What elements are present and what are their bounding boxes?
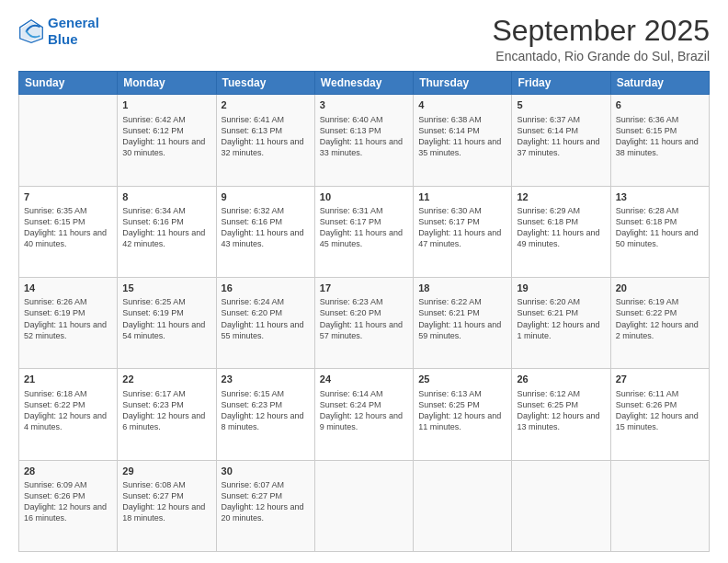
col-tuesday: Tuesday	[216, 72, 314, 95]
calendar-cell: 9Sunrise: 6:32 AMSunset: 6:16 PMDaylight…	[216, 186, 314, 277]
day-number: 27	[616, 373, 704, 386]
calendar-cell	[610, 460, 709, 551]
day-number: 19	[517, 282, 605, 295]
calendar-cell: 7Sunrise: 6:35 AMSunset: 6:15 PMDaylight…	[19, 186, 118, 277]
cell-content: Sunrise: 6:08 AMSunset: 6:27 PMDaylight:…	[122, 479, 210, 524]
day-number: 18	[418, 282, 506, 295]
cell-content: Sunrise: 6:11 AMSunset: 6:26 PMDaylight:…	[616, 388, 704, 433]
calendar-cell: 29Sunrise: 6:08 AMSunset: 6:27 PMDayligh…	[118, 460, 216, 551]
day-number: 9	[222, 190, 310, 204]
day-number: 25	[418, 373, 506, 386]
col-monday: Monday	[118, 72, 216, 95]
calendar-cell: 8Sunrise: 6:34 AMSunset: 6:16 PMDaylight…	[118, 186, 216, 277]
col-sunday: Sunday	[19, 72, 118, 95]
day-number: 4	[418, 98, 506, 112]
cell-content: Sunrise: 6:36 AMSunset: 6:15 PMDaylight:…	[616, 114, 704, 159]
calendar-cell: 6Sunrise: 6:36 AMSunset: 6:15 PMDaylight…	[610, 95, 709, 186]
day-number: 10	[320, 190, 408, 204]
page: General Blue September 2025 Encantado, R…	[0, 0, 728, 563]
cell-content: Sunrise: 6:42 AMSunset: 6:12 PMDaylight:…	[122, 114, 210, 159]
week-row-1: 7Sunrise: 6:35 AMSunset: 6:15 PMDaylight…	[19, 186, 710, 277]
calendar-cell: 5Sunrise: 6:37 AMSunset: 6:14 PMDaylight…	[512, 95, 610, 186]
cell-content: Sunrise: 6:31 AMSunset: 6:17 PMDaylight:…	[320, 205, 408, 250]
header-row: Sunday Monday Tuesday Wednesday Thursday…	[19, 72, 710, 95]
calendar-cell: 14Sunrise: 6:26 AMSunset: 6:19 PMDayligh…	[19, 277, 118, 368]
week-row-2: 14Sunrise: 6:26 AMSunset: 6:19 PMDayligh…	[19, 277, 710, 368]
cell-content: Sunrise: 6:38 AMSunset: 6:14 PMDaylight:…	[418, 114, 506, 159]
day-number: 7	[24, 190, 112, 204]
cell-content: Sunrise: 6:25 AMSunset: 6:19 PMDaylight:…	[122, 296, 210, 341]
day-number: 14	[24, 282, 112, 295]
day-number: 2	[222, 98, 310, 112]
calendar-cell: 18Sunrise: 6:22 AMSunset: 6:21 PMDayligh…	[414, 277, 512, 368]
day-number: 13	[616, 190, 704, 204]
day-number: 23	[222, 373, 310, 386]
calendar-table: Sunday Monday Tuesday Wednesday Thursday…	[18, 71, 710, 552]
cell-content: Sunrise: 6:32 AMSunset: 6:16 PMDaylight:…	[222, 205, 310, 250]
calendar-cell	[19, 95, 118, 186]
calendar-cell: 24Sunrise: 6:14 AMSunset: 6:24 PMDayligh…	[314, 369, 413, 460]
calendar-cell: 11Sunrise: 6:30 AMSunset: 6:17 PMDayligh…	[414, 186, 512, 277]
day-number: 26	[517, 373, 605, 386]
month-title: September 2025	[492, 15, 710, 47]
day-number: 22	[122, 373, 210, 386]
title-block: September 2025 Encantado, Rio Grande do …	[492, 15, 710, 63]
day-number: 30	[222, 465, 310, 478]
calendar-cell: 17Sunrise: 6:23 AMSunset: 6:20 PMDayligh…	[314, 277, 413, 368]
day-number: 5	[517, 98, 605, 112]
day-number: 20	[616, 282, 704, 295]
cell-content: Sunrise: 6:34 AMSunset: 6:16 PMDaylight:…	[122, 205, 210, 250]
calendar-cell: 1Sunrise: 6:42 AMSunset: 6:12 PMDaylight…	[118, 95, 216, 186]
day-number: 1	[122, 98, 210, 112]
col-saturday: Saturday	[610, 72, 709, 95]
calendar-cell: 26Sunrise: 6:12 AMSunset: 6:25 PMDayligh…	[512, 369, 610, 460]
calendar-cell: 30Sunrise: 6:07 AMSunset: 6:27 PMDayligh…	[216, 460, 314, 551]
calendar-cell: 16Sunrise: 6:24 AMSunset: 6:20 PMDayligh…	[216, 277, 314, 368]
cell-content: Sunrise: 6:29 AMSunset: 6:18 PMDaylight:…	[517, 205, 605, 250]
col-thursday: Thursday	[414, 72, 512, 95]
day-number: 11	[418, 190, 506, 204]
calendar-cell	[512, 460, 610, 551]
calendar-cell: 2Sunrise: 6:41 AMSunset: 6:13 PMDaylight…	[216, 95, 314, 186]
cell-content: Sunrise: 6:18 AMSunset: 6:22 PMDaylight:…	[24, 388, 112, 433]
calendar-cell: 12Sunrise: 6:29 AMSunset: 6:18 PMDayligh…	[512, 186, 610, 277]
calendar-cell: 20Sunrise: 6:19 AMSunset: 6:22 PMDayligh…	[610, 277, 709, 368]
calendar-cell: 25Sunrise: 6:13 AMSunset: 6:25 PMDayligh…	[414, 369, 512, 460]
day-number: 8	[122, 190, 210, 204]
cell-content: Sunrise: 6:41 AMSunset: 6:13 PMDaylight:…	[222, 114, 310, 159]
day-number: 24	[320, 373, 408, 386]
day-number: 3	[320, 98, 408, 112]
calendar-cell	[314, 460, 413, 551]
day-number: 29	[122, 465, 210, 478]
cell-content: Sunrise: 6:17 AMSunset: 6:23 PMDaylight:…	[122, 388, 210, 433]
week-row-3: 21Sunrise: 6:18 AMSunset: 6:22 PMDayligh…	[19, 369, 710, 460]
logo-icon	[18, 18, 44, 44]
day-number: 6	[616, 98, 704, 112]
week-row-0: 1Sunrise: 6:42 AMSunset: 6:12 PMDaylight…	[19, 95, 710, 186]
cell-content: Sunrise: 6:07 AMSunset: 6:27 PMDaylight:…	[222, 479, 310, 524]
cell-content: Sunrise: 6:30 AMSunset: 6:17 PMDaylight:…	[418, 205, 506, 250]
cell-content: Sunrise: 6:22 AMSunset: 6:21 PMDaylight:…	[418, 296, 506, 341]
cell-content: Sunrise: 6:28 AMSunset: 6:18 PMDaylight:…	[616, 205, 704, 250]
calendar-cell: 15Sunrise: 6:25 AMSunset: 6:19 PMDayligh…	[118, 277, 216, 368]
cell-content: Sunrise: 6:14 AMSunset: 6:24 PMDaylight:…	[320, 388, 408, 433]
cell-content: Sunrise: 6:13 AMSunset: 6:25 PMDaylight:…	[418, 388, 506, 433]
logo-line2: Blue	[48, 31, 78, 47]
calendar-cell: 10Sunrise: 6:31 AMSunset: 6:17 PMDayligh…	[314, 186, 413, 277]
calendar-cell: 21Sunrise: 6:18 AMSunset: 6:22 PMDayligh…	[19, 369, 118, 460]
cell-content: Sunrise: 6:24 AMSunset: 6:20 PMDaylight:…	[222, 296, 310, 341]
calendar-cell: 4Sunrise: 6:38 AMSunset: 6:14 PMDaylight…	[414, 95, 512, 186]
cell-content: Sunrise: 6:37 AMSunset: 6:14 PMDaylight:…	[517, 114, 605, 159]
calendar-cell: 28Sunrise: 6:09 AMSunset: 6:26 PMDayligh…	[19, 460, 118, 551]
day-number: 16	[222, 282, 310, 295]
cell-content: Sunrise: 6:19 AMSunset: 6:22 PMDaylight:…	[616, 296, 704, 341]
day-number: 15	[122, 282, 210, 295]
week-row-4: 28Sunrise: 6:09 AMSunset: 6:26 PMDayligh…	[19, 460, 710, 551]
logo: General Blue	[18, 15, 99, 48]
location: Encantado, Rio Grande do Sul, Brazil	[492, 49, 710, 63]
cell-content: Sunrise: 6:40 AMSunset: 6:13 PMDaylight:…	[320, 114, 408, 159]
cell-content: Sunrise: 6:20 AMSunset: 6:21 PMDaylight:…	[517, 296, 605, 341]
calendar-cell: 3Sunrise: 6:40 AMSunset: 6:13 PMDaylight…	[314, 95, 413, 186]
calendar-cell: 23Sunrise: 6:15 AMSunset: 6:23 PMDayligh…	[216, 369, 314, 460]
logo-text: General Blue	[48, 15, 99, 48]
